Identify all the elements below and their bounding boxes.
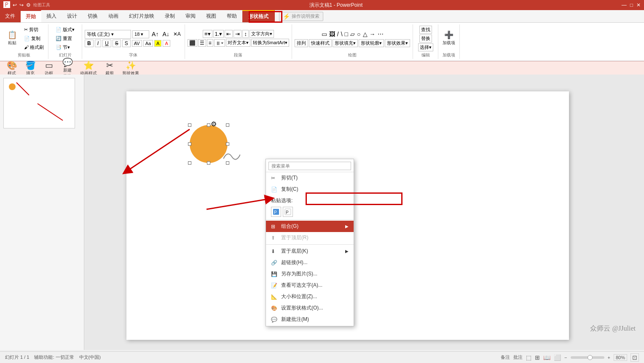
cut-btn[interactable]: ✂ 剪切 <box>22 26 46 34</box>
shape-oval-icon[interactable]: ○ <box>356 30 361 38</box>
context-send-back[interactable]: ⬇ 置于底层(K) ▶ <box>266 246 354 257</box>
tab-file[interactable]: 文件 <box>0 10 21 22</box>
strikethrough-btn[interactable]: S <box>113 40 121 47</box>
handle-bl[interactable] <box>188 161 191 165</box>
paste-btn[interactable]: 📋 粘贴 <box>3 30 21 47</box>
shape-container[interactable] <box>190 125 228 163</box>
shape-triangle-icon[interactable]: △ <box>362 30 368 38</box>
undo-btn[interactable]: ↩ <box>13 2 17 8</box>
indent-less-btn[interactable]: ⇤ <box>225 30 233 38</box>
maximize-btn[interactable]: □ <box>630 2 633 8</box>
paste-merge-btn[interactable]: P <box>283 207 293 217</box>
tab-animations[interactable]: 动画 <box>103 10 124 22</box>
font-family-select[interactable]: 等线 (正文) ▾ <box>85 30 131 39</box>
close-btn[interactable]: ✕ <box>636 2 641 8</box>
shape-line-icon[interactable]: / <box>336 30 340 38</box>
align-center-btn[interactable]: ☰ <box>198 39 206 47</box>
tab-insert[interactable]: 插入 <box>41 10 62 22</box>
zoom-in-btn[interactable]: + <box>608 355 610 360</box>
section-btn[interactable]: 📑 节▾ <box>54 43 76 51</box>
context-alt-text[interactable]: 📝 查看可选文字(A)... <box>266 280 354 291</box>
context-cut[interactable]: ✂ 剪切(T) <box>266 172 354 184</box>
tab-transitions[interactable]: 切换 <box>83 10 103 22</box>
minimize-btn[interactable]: — <box>622 2 627 8</box>
customize-btn[interactable]: ⚙ <box>26 2 31 8</box>
view-present-btn[interactable]: ⬜ <box>554 354 561 361</box>
line-spacing-btn[interactable]: ↕ <box>242 30 249 38</box>
tab-format[interactable]: 形状格式 <box>242 10 275 22</box>
clear-format-btn[interactable]: ✕A <box>172 31 182 37</box>
view-reading-btn[interactable]: 📖 <box>543 354 550 361</box>
smartart-btn[interactable]: 转换为SmartArt▾ <box>251 39 289 47</box>
shape-fill-btn[interactable]: 形状填充▾ <box>333 39 358 47</box>
add-addin-btn[interactable]: ➕ 加载项 <box>441 30 457 47</box>
handle-tl[interactable] <box>188 123 191 127</box>
context-new-comment[interactable]: 💬 新建批注(M) <box>266 314 354 325</box>
font-color-btn[interactable]: A <box>163 40 170 47</box>
shape-rect-icon[interactable]: ▭ <box>321 30 328 38</box>
columns-btn[interactable]: ⫼▾ <box>214 39 225 47</box>
zoom-out-btn[interactable]: − <box>564 355 567 360</box>
copy-btn[interactable]: 📄 复制 <box>22 35 46 43</box>
tab-slideshow[interactable]: 幻灯片放映 <box>124 10 160 22</box>
handle-tc[interactable] <box>207 123 210 127</box>
zoom-level[interactable]: 80% <box>614 354 627 361</box>
align-left-btn[interactable]: ⬛ <box>188 39 197 47</box>
underline-btn[interactable]: U <box>102 40 111 47</box>
shape-rect3-icon[interactable]: ▱ <box>349 30 356 38</box>
redo-btn[interactable]: ↪ <box>19 2 24 8</box>
handle-ml[interactable] <box>188 142 191 146</box>
char-spacing-btn[interactable]: AV <box>132 40 142 47</box>
handle-bc[interactable] <box>207 161 210 165</box>
handle-mr[interactable] <box>226 142 229 146</box>
notes-btn[interactable]: 备注 <box>501 354 510 360</box>
handle-tr[interactable] <box>226 123 229 127</box>
text-direction-btn[interactable]: 文字方向▾ <box>250 30 274 38</box>
comments-btn[interactable]: 批注 <box>513 354 523 360</box>
select-btn[interactable]: 选择▾ <box>418 43 433 51</box>
italic-btn[interactable]: I <box>95 40 101 47</box>
numbering-btn[interactable]: 1.▾ <box>213 30 224 38</box>
context-search-input[interactable] <box>268 162 351 170</box>
context-group[interactable]: ⊞ 组合(G) ▶ <box>266 221 354 232</box>
format-paint-btn[interactable]: 🖌 格式刷 <box>22 43 46 51</box>
shadow-btn[interactable]: S <box>122 40 131 47</box>
case-btn[interactable]: Aa <box>143 40 153 47</box>
tab-view[interactable]: 视图 <box>201 10 222 22</box>
tab-home[interactable]: 开始 <box>21 10 41 22</box>
font-size-select[interactable]: 18 ▾ <box>132 30 149 38</box>
bold-btn[interactable]: B <box>85 40 94 47</box>
replace-btn[interactable]: 替换 <box>419 35 432 43</box>
arrange-btn[interactable]: 排列 <box>295 39 308 47</box>
tab-design[interactable]: 设计 <box>62 10 83 22</box>
shape-line2-icon[interactable]: \ <box>340 30 343 38</box>
align-right-btn[interactable]: ≡ <box>207 39 213 47</box>
context-copy[interactable]: 📄 复制(C) <box>266 184 354 195</box>
context-save-image[interactable]: 💾 另存为图片(S)... <box>266 268 354 280</box>
orange-circle-shape[interactable] <box>190 125 228 163</box>
shape-picture-icon[interactable]: 🖼 <box>328 30 336 38</box>
view-normal-btn[interactable]: ⬚ <box>526 354 531 361</box>
shape-rect2-icon[interactable]: □ <box>344 30 349 38</box>
tab-review[interactable]: 审阅 <box>180 10 201 22</box>
zoom-thumb[interactable] <box>588 355 593 360</box>
context-size-pos[interactable]: 📐 大小和位置(Z)... <box>266 291 354 302</box>
quick-styles-btn[interactable]: 快速样式 <box>309 39 332 47</box>
align-text-btn[interactable]: 对齐文本▾ <box>226 39 250 47</box>
context-hyperlink[interactable]: 🔗 超链接(H)... <box>266 257 354 268</box>
new-slide-btn[interactable]: 📄 版式▾ <box>54 26 76 34</box>
tab-help[interactable]: 帮助 <box>222 10 242 22</box>
canvas-area[interactable]: ⚙ ✂ 剪切(T) 📄 复制(C) 粘贴选项: <box>84 75 644 350</box>
reset-btn[interactable]: 🔄 重置 <box>54 35 76 43</box>
tab-record[interactable]: 录制 <box>160 10 180 22</box>
context-format-shape[interactable]: 🎨 设置形状格式(O)... <box>266 302 354 314</box>
view-sorter-btn[interactable]: ⊞ <box>535 354 540 361</box>
shape-more-icon[interactable]: ⋯ <box>377 30 384 38</box>
fit-page-btn[interactable]: ⊡ <box>631 353 639 362</box>
search-bar[interactable]: ⚡ 操作说明搜索 <box>279 12 323 21</box>
indent-more-btn[interactable]: ⇥ <box>233 30 241 38</box>
zoom-slider[interactable] <box>571 356 604 359</box>
find-btn[interactable]: 查找 <box>419 26 432 34</box>
shape-effect-btn2[interactable]: 形状效果▾ <box>385 39 410 47</box>
paste-keep-src-btn[interactable]: P <box>271 207 281 217</box>
